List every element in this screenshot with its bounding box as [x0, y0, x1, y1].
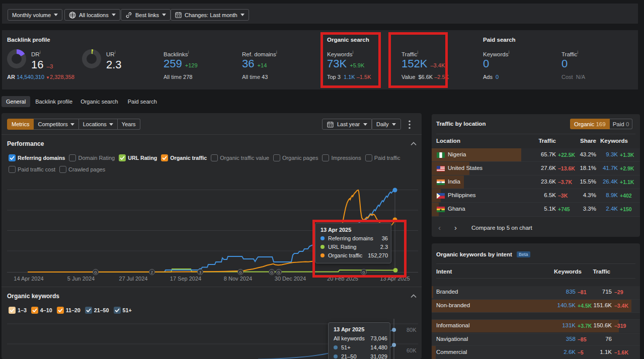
svg-text:17 Sep 2024: 17 Sep 2024 [170, 276, 201, 282]
svg-text:14 Apr 2024: 14 Apr 2024 [14, 276, 43, 282]
svg-text:30 Dec 2024: 30 Dec 2024 [275, 276, 306, 282]
svg-text:G: G [277, 271, 280, 274]
svg-text:60K: 60K [407, 347, 417, 353]
svg-text:8 Nov 2024: 8 Nov 2024 [224, 276, 252, 282]
svg-text:3: 3 [199, 271, 201, 274]
svg-text:80K: 80K [407, 327, 417, 333]
svg-text:5 Jun 2024: 5 Jun 2024 [67, 276, 95, 282]
svg-text:G: G [239, 271, 242, 274]
svg-text:27 Jul 2024: 27 Jul 2024 [119, 276, 148, 282]
svg-text:2: 2 [151, 271, 153, 274]
svg-text:G: G [270, 271, 273, 274]
svg-text:G: G [94, 271, 97, 274]
